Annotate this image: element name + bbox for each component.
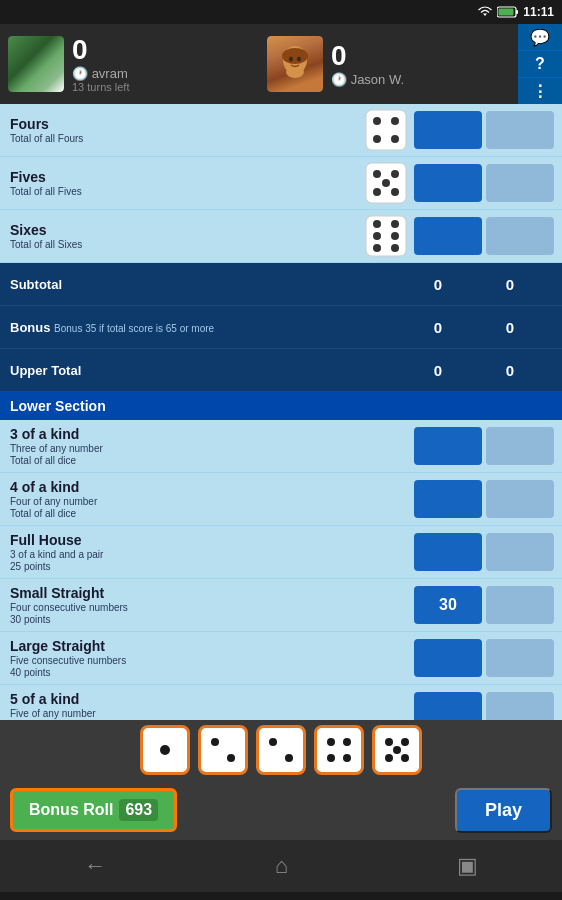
fours-label: Fours Total of all Fours [0,110,358,150]
large-straight-label: Large Straight Five consecutive numbers … [0,632,414,684]
small-straight-desc: Four consecutive numbers [10,602,404,613]
nav-bar: ← ⌂ ▣ [0,840,562,892]
bonus-cells: 0 0 [404,312,552,342]
four-of-kind-label: 4 of a kind Four of any number Total of … [0,473,414,525]
fives-row: Fives Total of all Fives [0,157,562,210]
large-straight-p2 [486,639,554,677]
fours-dice [364,108,408,152]
svg-point-9 [373,117,381,125]
three-of-kind-p1[interactable] [414,427,482,465]
sixes-p2-cell [486,217,554,255]
svg-point-18 [391,188,399,196]
bonus-roll-button[interactable]: Bonus Roll 693 [10,788,177,832]
back-button[interactable]: ← [84,853,106,879]
svg-point-10 [391,117,399,125]
svg-point-26 [160,745,170,755]
full-house-title: Full House [10,532,404,548]
wifi-icon [477,6,493,18]
dice-area [0,720,562,780]
upper-total-cells: 0 0 [404,355,552,385]
four-of-kind-desc2: Total of all dice [10,508,404,519]
bonus-desc: Bonus 35 if total score is 65 or more [54,323,214,334]
upper-total-p2: 0 [476,355,544,385]
svg-point-5 [286,66,304,78]
player2-section: 0 🕐 Jason W. [259,36,518,92]
four-of-kind-title: 4 of a kind [10,479,404,495]
menu-button[interactable]: ⋮ [518,78,562,104]
svg-point-20 [373,220,381,228]
lower-section-header: Lower Section [0,392,562,420]
svg-rect-8 [366,110,406,150]
die-4[interactable] [314,725,364,775]
full-house-label: Full House 3 of a kind and a pair 25 poi… [0,526,414,578]
subtotal-p2: 0 [476,269,544,299]
home-button[interactable]: ⌂ [275,853,288,879]
five-of-kind-p1[interactable] [414,692,482,720]
fives-p1-cell[interactable] [414,164,482,202]
player1-section: 0 🕐 avram 13 turns left [0,36,259,93]
play-button[interactable]: Play [455,788,552,833]
large-straight-p1[interactable] [414,639,482,677]
svg-point-34 [343,754,351,762]
four-of-kind-cells [414,480,562,518]
chat-button[interactable]: 💬 [518,24,562,51]
large-straight-desc: Five consecutive numbers [10,655,404,666]
five-of-kind-p2 [486,692,554,720]
fours-cells [414,111,562,149]
four-of-kind-p2 [486,480,554,518]
svg-point-28 [227,754,235,762]
five-of-kind-row: 5 of a kind Five of any number 50 points [0,685,562,720]
sixes-label: Sixes Total of all Sixes [0,216,358,256]
svg-point-7 [297,57,301,62]
apps-button[interactable]: ▣ [457,853,478,879]
small-straight-label: Small Straight Four consecutive numbers … [0,579,414,631]
battery-icon [497,6,519,18]
three-of-kind-p2 [486,427,554,465]
header-buttons: 💬 ? ⋮ [518,24,562,104]
fours-row: Fours Total of all Fours [0,104,562,157]
four-of-kind-row: 4 of a kind Four of any number Total of … [0,473,562,526]
large-straight-title: Large Straight [10,638,404,654]
die-4-face [321,732,357,768]
fours-desc: Total of all Fours [10,133,348,144]
status-icons: 11:11 [477,5,554,19]
small-straight-desc2: 30 points [10,614,404,625]
svg-point-27 [211,738,219,746]
svg-point-22 [373,232,381,240]
five-of-kind-title: 5 of a kind [10,691,404,707]
three-of-kind-label: 3 of a kind Three of any number Total of… [0,420,414,472]
player1-turns: 13 turns left [72,81,129,93]
svg-point-38 [385,754,393,762]
player1-name: 🕐 avram [72,66,129,81]
header: 0 🕐 avram 13 turns left 0 [0,24,562,104]
status-bar: 11:11 [0,0,562,24]
help-button[interactable]: ? [518,51,562,78]
sixes-cells [414,217,562,255]
fours-p2-cell [486,111,554,149]
svg-point-29 [269,738,277,746]
fours-p1-cell[interactable] [414,111,482,149]
small-straight-p1[interactable]: 30 [414,586,482,624]
three-of-kind-desc2: Total of all dice [10,455,404,466]
upper-total-p1: 0 [404,355,472,385]
svg-point-25 [391,244,399,252]
svg-point-39 [401,754,409,762]
die-2[interactable] [198,725,248,775]
svg-rect-19 [366,216,406,256]
die-5-face [379,732,415,768]
svg-point-17 [373,188,381,196]
three-of-kind-row: 3 of a kind Three of any number Total of… [0,420,562,473]
die-3[interactable] [256,725,306,775]
sixes-p1-cell[interactable] [414,217,482,255]
svg-point-35 [385,738,393,746]
die-1[interactable] [140,725,190,775]
four-of-kind-p1[interactable] [414,480,482,518]
svg-point-30 [285,754,293,762]
die-5[interactable] [372,725,422,775]
sixes-title: Sixes [10,222,348,238]
sixes-desc: Total of all Sixes [10,239,348,250]
player1-info: 0 🕐 avram 13 turns left [72,36,129,93]
full-house-p1[interactable] [414,533,482,571]
fives-label: Fives Total of all Fives [0,163,358,203]
bottom-bar: Bonus Roll 693 Play [0,780,562,840]
